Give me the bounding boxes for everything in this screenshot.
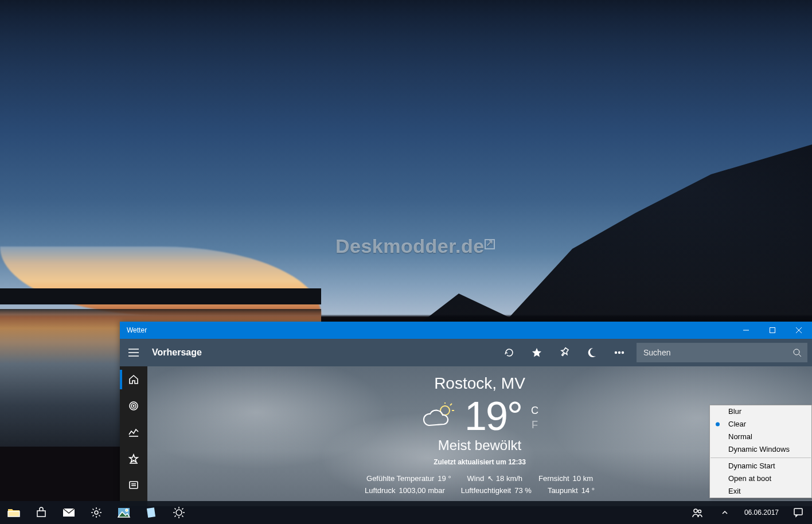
watermark-text: Deskmodder.de — [335, 235, 485, 257]
ctx-clear[interactable]: Clear — [710, 418, 811, 431]
window-title: Wetter — [120, 326, 733, 334]
titlebar[interactable]: Wetter — [120, 322, 812, 339]
svg-rect-26 — [8, 511, 19, 517]
app-body: Rostock, MV 19° — [120, 366, 812, 506]
wallpaper-sunset — [0, 247, 321, 315]
notes-icon[interactable] — [138, 501, 165, 524]
store-icon[interactable] — [28, 501, 55, 524]
svg-line-41 — [175, 515, 176, 517]
commandbar-heading: Vorhersage — [147, 347, 202, 358]
nav-forecast[interactable] — [120, 366, 147, 393]
favorite-button[interactable] — [523, 339, 551, 366]
ctx-dynamic-start[interactable]: Dynamic Start — [710, 460, 811, 472]
svg-line-39 — [182, 515, 183, 517]
svg-point-43 — [698, 510, 701, 513]
svg-marker-7 — [532, 348, 541, 357]
settings-icon[interactable] — [83, 501, 110, 524]
ctx-open-at-boot[interactable]: Open at boot — [710, 472, 811, 485]
nav-radar[interactable] — [120, 393, 147, 419]
nav-favorites[interactable] — [120, 445, 147, 472]
svg-line-25 — [450, 404, 452, 405]
ctx-dynamic-windows[interactable]: Dynamic Windows — [710, 443, 811, 456]
moon-button[interactable] — [578, 339, 606, 366]
svg-point-11 — [794, 349, 799, 355]
file-explorer-icon[interactable] — [0, 501, 28, 524]
nav-history[interactable] — [120, 419, 147, 445]
search-input[interactable] — [642, 347, 793, 358]
svg-marker-17 — [130, 455, 138, 462]
close-button[interactable] — [786, 322, 812, 339]
people-icon[interactable] — [684, 501, 711, 524]
svg-rect-44 — [794, 509, 802, 515]
ctx-blur[interactable]: Blur — [710, 405, 811, 418]
desktop[interactable]: Deskmodder.de↗ Wetter Vorhersage — [0, 0, 812, 524]
mail-icon[interactable] — [55, 501, 83, 524]
taskbar: 06.06.2017 — [0, 501, 812, 524]
svg-point-9 — [619, 352, 620, 354]
svg-line-40 — [182, 509, 183, 510]
search-icon — [793, 348, 802, 357]
maximize-button[interactable] — [759, 322, 786, 339]
nav-news[interactable] — [120, 472, 147, 498]
sidebar — [120, 366, 147, 506]
svg-line-38 — [175, 509, 176, 510]
watermark: Deskmodder.de↗ — [335, 235, 495, 257]
weather-icon — [421, 402, 455, 430]
svg-point-15 — [133, 405, 134, 406]
photos-icon[interactable] — [110, 501, 138, 524]
tray-date: 06.06.2017 — [744, 509, 779, 517]
svg-line-12 — [799, 354, 801, 357]
ctx-normal[interactable]: Normal — [710, 431, 811, 443]
svg-point-42 — [694, 509, 697, 513]
action-center-icon[interactable] — [784, 501, 812, 524]
tray-clock[interactable]: 06.06.2017 — [739, 509, 784, 517]
svg-rect-19 — [130, 482, 138, 488]
svg-point-28 — [95, 511, 98, 514]
tray-chevron-icon[interactable] — [711, 501, 739, 524]
external-link-icon: ↗ — [485, 239, 495, 249]
svg-point-33 — [176, 510, 182, 515]
minimize-button[interactable] — [733, 322, 759, 339]
weather-window: Wetter Vorhersage — [120, 322, 812, 506]
svg-rect-1 — [770, 328, 775, 333]
search-box[interactable] — [637, 343, 807, 362]
refresh-button[interactable] — [495, 339, 523, 366]
ctx-separator — [710, 457, 811, 458]
ctx-exit[interactable]: Exit — [710, 485, 811, 498]
svg-rect-32 — [147, 507, 155, 518]
svg-point-31 — [126, 509, 128, 511]
command-bar: Vorhersage — [120, 339, 812, 366]
svg-point-8 — [615, 352, 617, 354]
pin-button[interactable] — [551, 339, 578, 366]
hamburger-button[interactable] — [120, 339, 147, 366]
tray-context-menu: Blur Clear Normal Dynamic Windows Dynami… — [709, 405, 812, 498]
more-button[interactable] — [606, 339, 633, 366]
wallpaper-treeline — [0, 288, 321, 304]
weather-taskbar-icon[interactable] — [165, 501, 193, 524]
svg-point-10 — [622, 352, 624, 354]
